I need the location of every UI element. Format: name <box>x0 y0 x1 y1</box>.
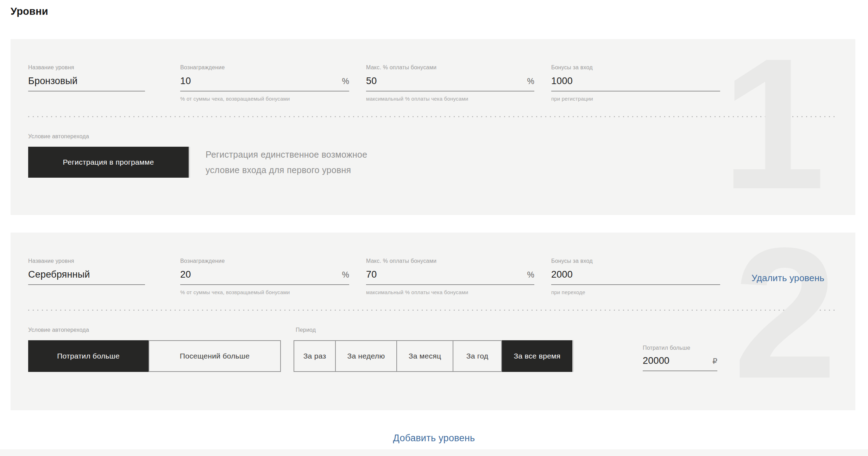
period-option-alltime[interactable]: За все время <box>502 340 572 372</box>
level-card-1: 1 Название уровня Вознаграждение % % от … <box>11 39 855 215</box>
period-segmented-control: За раз За неделю За месяц За год За все … <box>294 340 572 372</box>
period-group: Период За раз За неделю За месяц За год … <box>294 327 572 372</box>
field-reward: Вознаграждение % % от суммы чека, возвра… <box>180 64 349 102</box>
dotted-divider <box>28 310 836 311</box>
level-2-condition-section: Условие автоперехода Потратил больше Пос… <box>28 327 836 372</box>
dotted-divider <box>28 116 836 117</box>
condition-note: Регистрация единственное возможное услов… <box>206 147 367 178</box>
field-spent-more: Потратил больше ₽ <box>643 345 717 372</box>
max-bonus-pay-label: Макс. % оплаты бонусами <box>366 64 534 71</box>
max-bonus-pay-helper: максимальный % оплаты чека бонусами <box>366 289 534 296</box>
reward-label: Вознаграждение <box>180 258 349 264</box>
percent-suffix: % <box>524 270 534 280</box>
level-name-label: Название уровня <box>28 258 145 264</box>
level-name-input[interactable] <box>28 76 145 87</box>
entry-bonus-helper: при переходе <box>551 289 720 296</box>
period-option-week[interactable]: За неделю <box>335 340 397 372</box>
reward-input[interactable] <box>180 269 339 280</box>
max-bonus-pay-helper: максимальный % оплаты чека бонусами <box>366 96 534 102</box>
auto-transition-label: Условие автоперехода <box>28 327 281 333</box>
condition-segmented-control: Потратил больше Посещений больше <box>28 340 281 372</box>
entry-bonus-input[interactable] <box>551 76 720 87</box>
condition-note-line2: условие входа для первого уровня <box>206 162 367 178</box>
condition-option-spent-more[interactable]: Потратил больше <box>28 340 149 372</box>
field-level-name: Название уровня <box>28 64 145 102</box>
field-level-name: Название уровня <box>28 258 145 296</box>
period-label: Период <box>296 327 572 333</box>
period-option-year[interactable]: За год <box>453 340 502 372</box>
auto-transition-group: Условие автоперехода Потратил больше Пос… <box>28 327 281 372</box>
reward-input[interactable] <box>180 76 339 87</box>
level-card-2: 2 Удалить уровень Название уровня Вознаг… <box>11 233 855 410</box>
reward-label: Вознаграждение <box>180 64 349 71</box>
field-entry-bonus: Бонусы за вход при регистрации <box>551 64 720 102</box>
level-name-input[interactable] <box>28 269 145 280</box>
entry-bonus-label: Бонусы за вход <box>551 64 720 71</box>
registration-condition-button[interactable]: Регистрация в программе <box>28 147 189 178</box>
level-name-label: Название уровня <box>28 64 145 71</box>
field-reward: Вознаграждение % % от суммы чека, возвра… <box>180 258 349 296</box>
bottom-section-strip <box>0 449 868 456</box>
field-max-bonus-pay: Макс. % оплаты бонусами % максимальный %… <box>366 64 534 102</box>
ruble-suffix: ₽ <box>710 357 717 366</box>
entry-bonus-label: Бонусы за вход <box>551 258 720 264</box>
field-max-bonus-pay: Макс. % оплаты бонусами % максимальный %… <box>366 258 534 296</box>
max-bonus-pay-input[interactable] <box>366 76 524 87</box>
add-level-link[interactable]: Добавить уровень <box>393 433 475 443</box>
period-option-once[interactable]: За раз <box>294 340 336 372</box>
entry-bonus-input[interactable] <box>551 269 720 280</box>
spent-more-input[interactable] <box>643 355 710 366</box>
condition-option-more-visits[interactable]: Посещений больше <box>149 340 281 372</box>
max-bonus-pay-label: Макс. % оплаты бонусами <box>366 258 534 264</box>
level-1-fields: Название уровня Вознаграждение % % от су… <box>28 39 836 102</box>
percent-suffix: % <box>339 270 349 280</box>
entry-bonus-helper: при регистрации <box>551 96 720 102</box>
field-entry-bonus: Бонусы за вход при переходе <box>551 258 720 296</box>
add-level-row: Добавить уровень <box>0 433 868 444</box>
max-bonus-pay-input[interactable] <box>366 269 524 280</box>
level-1-condition-section: Условие автоперехода Регистрация в прогр… <box>28 133 836 178</box>
percent-suffix: % <box>339 77 349 86</box>
spent-more-label: Потратил больше <box>643 345 717 351</box>
reward-helper: % от суммы чека, возвращаемый бонусами <box>180 96 349 102</box>
condition-note-line1: Регистрация единственное возможное <box>206 147 367 162</box>
percent-suffix: % <box>524 77 534 86</box>
auto-transition-label: Условие автоперехода <box>28 133 836 140</box>
page-title: Уровни <box>11 6 868 17</box>
reward-helper: % от суммы чека, возвращаемый бонусами <box>180 289 349 296</box>
period-option-month[interactable]: За месяц <box>396 340 453 372</box>
level-2-fields: Название уровня Вознаграждение % % от су… <box>28 233 836 296</box>
